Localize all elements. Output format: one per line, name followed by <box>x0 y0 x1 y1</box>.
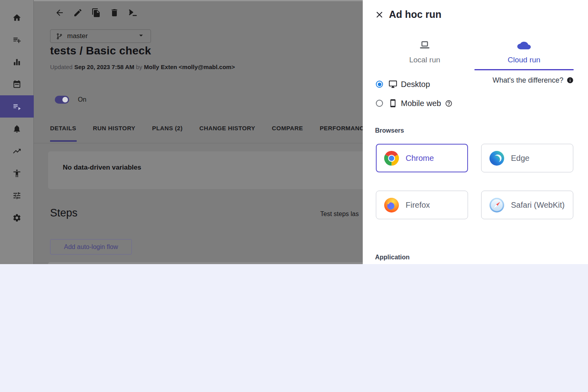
updated-timestamp: Sep 20, 2023 7:58 AM <box>74 64 134 70</box>
pencil-icon <box>73 8 83 17</box>
updated-line: Updated Sep 20, 2023 7:58 AM by Molly Ex… <box>50 64 235 70</box>
branch-value: master <box>67 32 137 40</box>
sidebar-item-new-test[interactable] <box>0 29 34 51</box>
browser-option-edge[interactable]: Edge <box>481 144 573 172</box>
chevron-down-icon <box>137 31 145 41</box>
sidebar-item-results[interactable] <box>0 51 34 73</box>
tab-performance[interactable]: PERFORMANCE <box>320 125 363 131</box>
bell-icon <box>12 124 21 133</box>
firefox-icon <box>384 198 399 212</box>
browser-option-safari[interactable]: Safari (WebKit) <box>481 191 573 219</box>
radio-selected-icon[interactable] <box>376 81 383 88</box>
tab-compare[interactable]: COMPARE <box>272 125 303 131</box>
safari-label: Safari (WebKit) <box>511 201 565 210</box>
browser-option-firefox[interactable]: Firefox <box>376 191 468 219</box>
test-enabled-toggle[interactable] <box>55 96 69 104</box>
sidebar-item-insights[interactable] <box>0 140 34 162</box>
edit-button[interactable] <box>73 8 83 17</box>
run-mode-tabs: Local run Cloud run <box>375 34 574 70</box>
duplicate-button[interactable] <box>91 8 101 17</box>
content-top-edge <box>34 0 363 1</box>
chrome-label: Chrome <box>406 154 434 163</box>
tab-run-history[interactable]: RUN HISTORY <box>93 125 135 131</box>
accessibility-icon <box>12 169 21 178</box>
trash-icon <box>110 8 119 17</box>
edge-label: Edge <box>511 154 530 163</box>
add-auto-login-flow-button[interactable]: Add auto-login flow <box>50 239 132 255</box>
active-run-tab-indicator <box>474 69 574 70</box>
terminal-icon <box>128 8 137 17</box>
arrow-back-icon <box>55 8 64 17</box>
browser-option-chrome[interactable]: Chrome <box>376 144 468 172</box>
radio-unselected-icon[interactable] <box>376 100 383 107</box>
firefox-label: Firefox <box>406 201 430 210</box>
git-branch-icon <box>56 33 63 40</box>
active-tab-indicator <box>50 140 77 142</box>
updated-author: Molly Exten <molly@mabl.com> <box>144 64 235 70</box>
playlist-add-icon <box>12 35 21 44</box>
close-button[interactable] <box>375 10 384 19</box>
tab-cloud-run-label: Cloud run <box>508 56 540 64</box>
sidebar-item-accessibility[interactable] <box>0 162 34 184</box>
main-content: master tests / Basic check Updated Sep 2… <box>34 0 363 264</box>
device-option-mobile-web[interactable]: Mobile web <box>376 98 453 108</box>
sidebar <box>0 0 34 264</box>
tab-details[interactable]: DETAILS <box>50 125 76 131</box>
chrome-icon <box>384 151 399 166</box>
branch-selector[interactable]: master <box>50 29 151 43</box>
tune-icon <box>12 191 21 200</box>
cloud-icon <box>517 34 531 50</box>
playlist-play-icon <box>12 102 21 111</box>
sidebar-item-tests[interactable] <box>0 95 34 118</box>
desktop-label: Desktop <box>401 80 430 89</box>
toggle-state-label: On <box>78 96 86 103</box>
tab-plans[interactable]: PLANS (2) <box>152 125 183 131</box>
safari-icon <box>489 198 504 212</box>
home-icon <box>12 13 21 22</box>
tab-divider <box>34 143 363 143</box>
mobile-web-label: Mobile web <box>401 99 441 108</box>
updated-label: Updated <box>50 64 73 70</box>
delete-button[interactable] <box>110 8 119 17</box>
edge-icon <box>489 151 504 166</box>
panel-title: Ad hoc run <box>389 9 441 20</box>
info-icon <box>567 77 574 84</box>
device-option-desktop[interactable]: Desktop <box>376 79 430 89</box>
steps-note: Test steps las <box>320 210 359 218</box>
laptop-icon <box>419 34 431 50</box>
back-button[interactable] <box>55 8 64 17</box>
tab-local-run-label: Local run <box>409 56 440 64</box>
calendar-icon <box>12 80 21 89</box>
browser-options: Chrome Edge <box>376 144 574 219</box>
tab-cloud-run[interactable]: Cloud run <box>474 34 574 70</box>
steps-surface-edge <box>48 262 363 264</box>
toggle-knob <box>62 97 68 102</box>
sidebar-item-schedule[interactable] <box>0 73 34 95</box>
whats-the-difference-label: What's the difference? <box>493 76 563 85</box>
ad-hoc-run-panel: Ad hoc run Local run Cloud run What's th… <box>363 0 588 264</box>
sidebar-item-home[interactable] <box>0 6 34 29</box>
sidebar-item-settings[interactable] <box>0 207 34 229</box>
updated-by-label: by <box>136 64 142 70</box>
help-icon[interactable] <box>445 100 453 107</box>
test-toolbar <box>55 8 137 17</box>
tab-change-history[interactable]: CHANGE HISTORY <box>199 125 255 131</box>
desktop-monitor-icon <box>389 80 397 89</box>
sidebar-item-configuration[interactable] <box>0 184 34 207</box>
api-export-button[interactable] <box>128 8 137 17</box>
steps-heading: Steps <box>50 207 77 219</box>
application-heading: Application <box>375 254 410 261</box>
app-window: master tests / Basic check Updated Sep 2… <box>0 0 588 264</box>
sidebar-item-notifications[interactable] <box>0 118 34 140</box>
page-title: tests / Basic check <box>50 44 151 57</box>
copy-icon <box>91 8 101 17</box>
variables-card: No data-driven variables <box>48 151 363 189</box>
variables-empty-text: No data-driven variables <box>63 164 141 172</box>
test-tabs: DETAILS RUN HISTORY PLANS (2) CHANGE HIS… <box>50 125 363 131</box>
gear-icon <box>12 213 21 222</box>
tab-local-run[interactable]: Local run <box>375 34 474 70</box>
smartphone-icon <box>389 99 397 108</box>
test-enabled-row: On <box>55 96 86 104</box>
browsers-heading: Browsers <box>375 127 404 134</box>
trending-up-icon <box>12 147 21 156</box>
